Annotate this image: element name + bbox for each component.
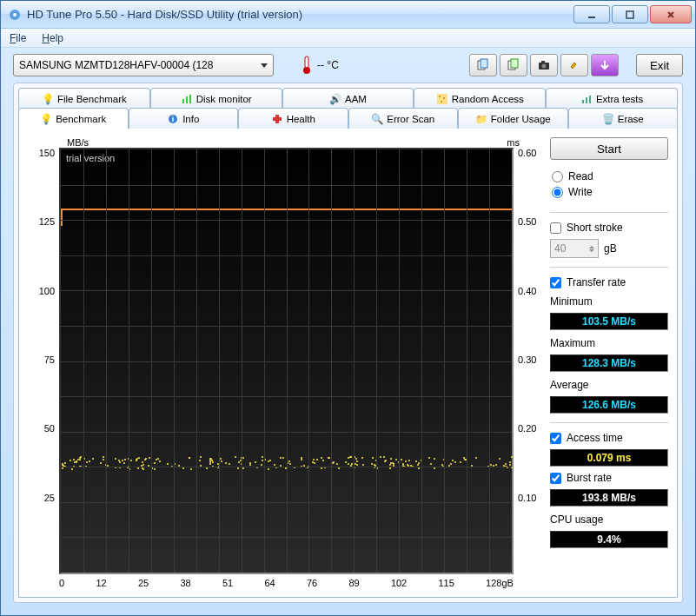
trial-watermark: trial version xyxy=(66,153,115,163)
svg-point-11 xyxy=(542,64,547,69)
temperature-value: -- °C xyxy=(317,59,339,71)
y-axis-left: 150125100755025 xyxy=(28,148,59,574)
y-right-unit: ms xyxy=(507,137,520,148)
menubar: File Help xyxy=(1,29,695,48)
cpu-value: 9.4% xyxy=(550,531,668,548)
thermometer-icon xyxy=(300,55,314,76)
bulb-icon: 💡 xyxy=(42,93,54,105)
tab-aam[interactable]: 🔊AAM xyxy=(282,88,414,109)
x-axis: 012253851647689102115128gB xyxy=(28,574,541,588)
bulb-icon: 💡 xyxy=(40,113,52,125)
save-button[interactable] xyxy=(591,54,619,76)
svg-rect-26 xyxy=(273,117,282,121)
benchmark-plot: trial version xyxy=(59,148,514,574)
drive-label: SAMSUNG MZMTD128HAFV-00004 (128 xyxy=(19,59,257,71)
svg-point-18 xyxy=(443,97,445,99)
stroke-unit: gB xyxy=(604,242,617,255)
window-title: HD Tune Pro 5.50 - Hard Disk/SSD Utility… xyxy=(27,8,573,21)
svg-rect-9 xyxy=(511,59,518,68)
chevron-down-icon xyxy=(261,63,268,68)
benchmark-content: MB/s ms 150125100755025 trial version xyxy=(18,129,678,598)
toolbar: SAMSUNG MZMTD128HAFV-00004 (128 -- °C Ex… xyxy=(1,48,695,83)
app-window: HD Tune Pro 5.50 - Hard Disk/SSD Utility… xyxy=(0,0,696,616)
svg-text:i: i xyxy=(172,115,175,123)
stroke-spinner[interactable]: 40 xyxy=(550,239,599,258)
tab-erase[interactable]: 🗑️Erase xyxy=(568,108,679,129)
start-button[interactable]: Start xyxy=(550,137,668,160)
svg-point-5 xyxy=(303,67,310,74)
access-value: 0.079 ms xyxy=(550,449,668,467)
max-value: 128.3 MB/s xyxy=(550,354,668,372)
svg-rect-13 xyxy=(182,99,184,103)
random-icon xyxy=(436,93,448,105)
svg-rect-22 xyxy=(589,96,591,103)
main-panel: 💡File Benchmark Disk monitor 🔊AAM Random… xyxy=(13,83,683,603)
tab-error-scan[interactable]: 🔍Error Scan xyxy=(348,108,459,129)
tab-file-benchmark[interactable]: 💡File Benchmark xyxy=(18,88,150,109)
copy-data-button[interactable] xyxy=(500,54,527,76)
chart-icon xyxy=(580,93,593,105)
close-button[interactable] xyxy=(650,5,692,23)
svg-rect-2 xyxy=(588,17,595,18)
titlebar[interactable]: HD Tune Pro 5.50 - Hard Disk/SSD Utility… xyxy=(1,1,695,29)
copy-text-button[interactable] xyxy=(469,54,497,76)
settings-button[interactable] xyxy=(560,54,588,76)
tab-random-access[interactable]: Random Access xyxy=(414,88,546,109)
search-icon: 🔍 xyxy=(371,113,383,125)
exit-button[interactable]: Exit xyxy=(636,54,683,76)
y-axis-right: 0.600.500.400.300.200.10 xyxy=(514,148,541,574)
check-access-time[interactable]: Access time xyxy=(550,432,668,444)
svg-rect-15 xyxy=(189,95,191,103)
svg-rect-4 xyxy=(305,56,308,69)
check-burst-rate[interactable]: Burst rate xyxy=(550,472,668,484)
max-label: Maximum xyxy=(550,337,668,349)
temperature-display: -- °C xyxy=(300,55,339,76)
menu-file[interactable]: File xyxy=(10,32,26,44)
svg-point-1 xyxy=(13,13,17,17)
svg-rect-7 xyxy=(481,59,487,68)
trash-icon: 🗑️ xyxy=(602,113,614,125)
tab-benchmark[interactable]: 💡Benchmark xyxy=(18,108,129,129)
maximize-button[interactable] xyxy=(612,5,648,23)
check-short-stroke[interactable]: Short stroke xyxy=(550,222,668,234)
info-icon: i xyxy=(167,113,179,125)
health-icon xyxy=(271,113,283,125)
radio-write[interactable]: Write xyxy=(552,186,666,198)
cpu-label: CPU usage xyxy=(550,513,668,526)
y-left-unit: MB/s xyxy=(67,137,89,148)
burst-value: 193.8 MB/s xyxy=(550,489,668,507)
min-label: Minimum xyxy=(550,295,668,308)
svg-rect-16 xyxy=(437,94,447,104)
avg-value: 126.6 MB/s xyxy=(550,396,668,414)
menu-help[interactable]: Help xyxy=(42,32,63,44)
tab-health[interactable]: Health xyxy=(238,108,348,129)
side-panel: Start Read Write Short stroke 40 gB Tran… xyxy=(550,137,668,588)
folder-icon: 📁 xyxy=(475,113,487,125)
svg-rect-21 xyxy=(586,97,587,103)
app-icon xyxy=(8,8,22,22)
screenshot-button[interactable] xyxy=(530,54,558,76)
svg-point-17 xyxy=(439,96,441,97)
tab-folder-usage[interactable]: 📁Folder Usage xyxy=(458,108,568,129)
check-transfer-rate[interactable]: Transfer rate xyxy=(550,276,668,288)
tab-info[interactable]: iInfo xyxy=(129,108,239,129)
svg-point-19 xyxy=(441,101,442,103)
monitor-icon xyxy=(181,93,193,105)
drive-select[interactable]: SAMSUNG MZMTD128HAFV-00004 (128 xyxy=(13,54,274,76)
svg-rect-3 xyxy=(626,11,633,18)
min-value: 103.5 MB/s xyxy=(550,313,668,330)
avg-label: Average xyxy=(550,379,668,391)
tab-disk-monitor[interactable]: Disk monitor xyxy=(150,88,282,109)
chart-area: MB/s ms 150125100755025 trial version xyxy=(28,137,541,588)
speaker-icon: 🔊 xyxy=(329,93,341,105)
tab-extra-tests[interactable]: Extra tests xyxy=(546,88,678,109)
minimize-button[interactable] xyxy=(573,5,610,23)
svg-rect-14 xyxy=(186,96,188,103)
radio-read[interactable]: Read xyxy=(552,170,666,182)
svg-rect-20 xyxy=(582,100,584,103)
svg-rect-12 xyxy=(541,61,545,63)
